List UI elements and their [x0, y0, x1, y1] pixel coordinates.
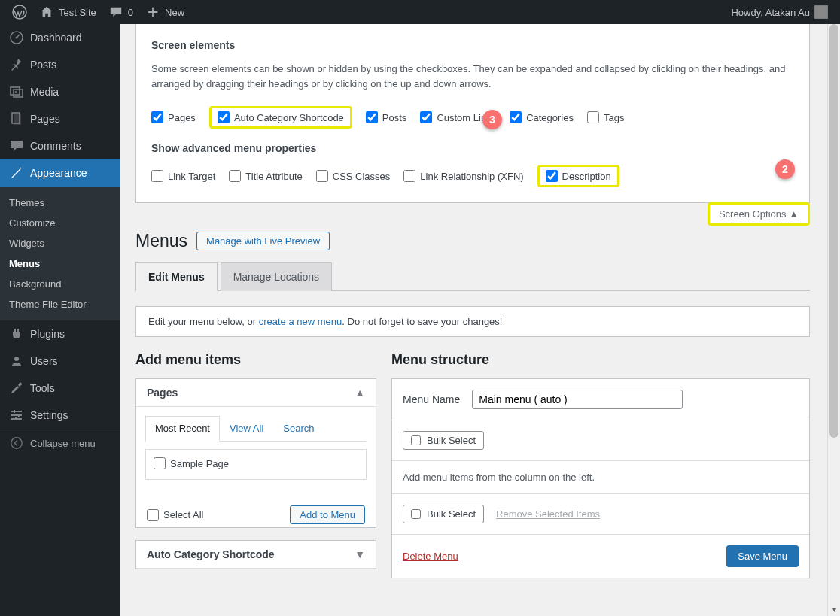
plus-icon [145, 5, 160, 20]
checkbox[interactable] [316, 170, 328, 182]
bulk-select-checkbox[interactable] [411, 435, 421, 445]
sidebar-item-comments[interactable]: Comments [0, 132, 120, 159]
checkbox[interactable] [403, 170, 415, 182]
screen-options-tab[interactable]: Screen Options ▲ [708, 202, 810, 226]
checkbox[interactable] [229, 170, 241, 182]
scrollbar[interactable]: ▴ ▾ [827, 24, 840, 616]
pages-subtab-search[interactable]: Search [273, 416, 324, 441]
auto-category-postbox-header[interactable]: Auto Category Shortcode ▼ [136, 541, 376, 569]
advanced-prop-link-target[interactable]: Link Target [151, 165, 215, 187]
scrollbar-thumb[interactable] [829, 24, 838, 438]
screen-elements-description: Some screen elements can be shown or hid… [151, 62, 794, 91]
sidebar-item-tools[interactable]: Tools [0, 375, 120, 402]
sidebar-item-label: Users [30, 355, 58, 367]
menu-structure-heading: Menu structure [391, 352, 810, 368]
add-to-menu-button[interactable]: Add to Menu [290, 505, 365, 524]
screen-options-panel: Screen elements Some screen elements can… [135, 24, 810, 203]
sidebar-item-plugins[interactable]: Plugins [0, 320, 120, 347]
collapse-menu[interactable]: Collapse menu [0, 429, 120, 457]
sidebar-item-label: Media [30, 86, 59, 98]
pages-postbox-header[interactable]: Pages ▲ [136, 379, 376, 407]
bulk-select-top[interactable]: Bulk Select [403, 431, 484, 450]
select-all-checkbox[interactable] [147, 509, 159, 521]
tab-manage-locations[interactable]: Manage Locations [221, 262, 332, 291]
pages-list: Sample Page [145, 449, 367, 480]
checkbox[interactable] [587, 111, 599, 123]
sidebar-item-settings[interactable]: Settings [0, 402, 120, 429]
scroll-down-arrow[interactable]: ▾ [828, 603, 840, 616]
new-content-link[interactable]: New [139, 0, 190, 24]
bulk-select-checkbox[interactable] [411, 509, 421, 519]
menu-edit-panel: Menu Name Bulk Select Add menu items fro… [391, 378, 810, 578]
comments-link[interactable]: 0 [102, 0, 139, 24]
sidebar-item-dashboard[interactable]: Dashboard [0, 24, 120, 51]
submenu-item-widgets[interactable]: Widgets [0, 233, 120, 253]
tools-icon [9, 381, 24, 396]
checkbox[interactable] [151, 111, 163, 123]
advanced-prop-link-relationship-xfn-[interactable]: Link Relationship (XFN) [403, 165, 523, 187]
pages-subtab-view-all[interactable]: View All [220, 416, 273, 441]
plugin-icon [9, 326, 24, 341]
menu-name-input[interactable] [472, 390, 683, 409]
sidebar-item-label: Dashboard [30, 32, 82, 44]
submenu-item-menus[interactable]: Menus [0, 253, 120, 274]
svg-point-8 [14, 357, 19, 361]
checkbox[interactable] [151, 170, 163, 182]
svg-point-2 [16, 37, 18, 39]
submenu-item-themes[interactable]: Themes [0, 193, 120, 213]
checkbox[interactable] [546, 170, 558, 182]
user-icon [9, 354, 24, 369]
screen-element-categories[interactable]: Categories [510, 106, 574, 129]
site-name-link[interactable]: Test Site [33, 0, 102, 24]
sidebar-item-label: Settings [30, 409, 68, 421]
sidebar-item-label: Plugins [30, 328, 65, 340]
new-content-label: New [165, 7, 184, 18]
content-area: Screen elements Some screen elements can… [120, 24, 825, 616]
advanced-prop-css-classes[interactable]: CSS Classes [316, 165, 391, 187]
advanced-prop-title-attribute[interactable]: Title Attribute [229, 165, 302, 187]
svg-point-5 [15, 91, 17, 93]
save-menu-button[interactable]: Save Menu [726, 545, 799, 567]
svg-rect-9 [11, 411, 22, 412]
select-all-pages[interactable]: Select All [147, 509, 203, 521]
svg-rect-14 [15, 417, 17, 420]
sidebar-item-label: Appearance [30, 167, 87, 179]
sidebar-item-posts[interactable]: Posts [0, 51, 120, 78]
sidebar-item-users[interactable]: Users [0, 347, 120, 375]
checkbox[interactable] [510, 111, 522, 123]
page-item-sample[interactable]: Sample Page [154, 457, 229, 469]
checkbox[interactable] [366, 111, 378, 123]
submenu-item-background[interactable]: Background [0, 274, 120, 294]
my-account-link[interactable]: Howdy, Atakan Au [725, 0, 834, 24]
screen-element-tags[interactable]: Tags [587, 106, 624, 129]
settings-icon [9, 408, 24, 423]
svg-rect-10 [11, 414, 22, 416]
svg-rect-3 [11, 87, 20, 95]
edit-notice: Edit your menu below, or create a new me… [135, 306, 810, 337]
live-preview-button[interactable]: Manage with Live Preview [196, 232, 330, 250]
tab-edit-menus[interactable]: Edit Menus [135, 262, 218, 291]
pages-subtab-most-recent[interactable]: Most Recent [145, 416, 220, 442]
screen-element-pages[interactable]: Pages [151, 106, 196, 129]
advanced-heading: Show advanced menu properties [151, 142, 794, 154]
checkbox[interactable] [218, 111, 230, 123]
screen-element-auto-category-shortcode[interactable]: Auto Category Shortcode [218, 111, 344, 123]
create-new-menu-link[interactable]: create a new menu [259, 316, 342, 327]
delete-menu-link[interactable]: Delete Menu [403, 551, 458, 562]
submenu-item-theme-file-editor[interactable]: Theme File Editor [0, 294, 120, 314]
svg-rect-12 [14, 410, 15, 413]
submenu-item-customize[interactable]: Customize [0, 213, 120, 233]
bulk-select-bottom[interactable]: Bulk Select [403, 505, 484, 523]
sidebar-item-pages[interactable]: Pages [0, 105, 120, 132]
page-item-checkbox[interactable] [154, 457, 166, 469]
home-icon [39, 5, 54, 20]
advanced-prop-description[interactable]: Description [546, 170, 611, 182]
checkbox[interactable] [420, 111, 432, 123]
wp-logo[interactable] [6, 0, 33, 24]
pin-icon [9, 57, 24, 72]
sidebar-item-appearance[interactable]: Appearance [0, 159, 120, 187]
sidebar-item-label: Comments [30, 140, 81, 152]
sidebar-item-media[interactable]: Media [0, 78, 120, 105]
screen-element-posts[interactable]: Posts [366, 106, 407, 129]
collapse-label: Collapse menu [30, 438, 96, 449]
